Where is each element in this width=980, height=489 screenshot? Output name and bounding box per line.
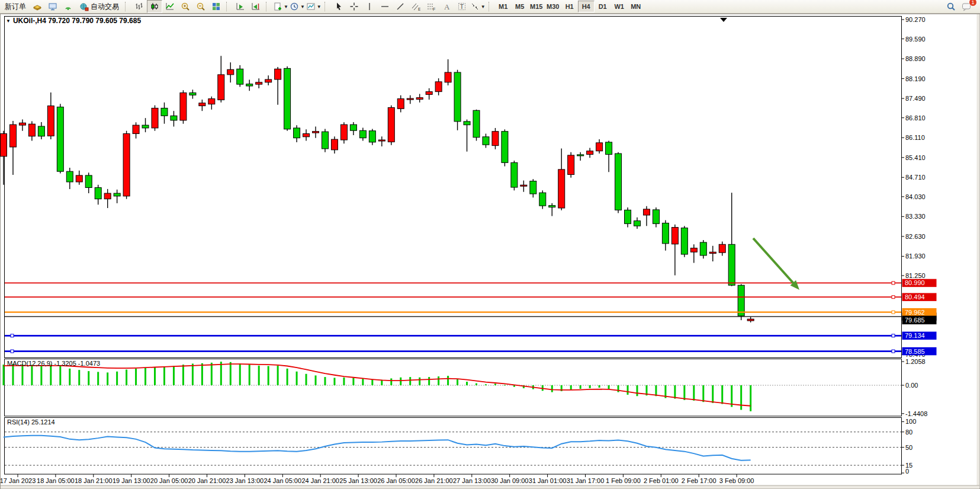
periods-button[interactable]: ▼ [289,0,306,13]
time-label: 24 Jan 21:00 [301,477,339,484]
time-label: 18 Jan 21:00 [75,477,113,484]
crosshair-button[interactable] [346,0,362,13]
candle-down [738,285,744,316]
axis-label: 89.590 [905,36,926,43]
autotrade-button[interactable]: 自动交易 [76,0,123,13]
candle-down [189,93,196,95]
timeframe-m15[interactable]: M15 [528,1,545,12]
macd-bar [485,384,487,385]
horizontal-line-icon [380,2,390,11]
time-label: 18 Jan 05:00 [37,477,75,484]
zoom-in-icon [181,2,190,11]
macd-bar [636,385,638,396]
arrows-button[interactable]: ▼ [470,0,486,13]
macd-bar [371,379,373,385]
macd-bar [409,377,411,385]
timeframe-m5[interactable]: M5 [512,1,528,12]
zoom-out-button[interactable] [193,0,208,13]
candle-down [464,122,470,125]
candle-up [256,82,262,84]
new-chart-button[interactable]: ▼ [272,0,289,13]
chevron-down-icon: ▼ [300,4,305,9]
equidistant-channel-button[interactable]: E [408,0,423,13]
macd-bar [693,385,695,401]
auto-scroll-button[interactable] [233,0,248,13]
candle-up [709,252,716,253]
macd-bar [315,375,317,385]
zoom-out-icon [196,2,205,11]
macd-bar [116,372,118,385]
cursor-icon [334,2,343,11]
candle-down [473,110,480,137]
bar-chart-button[interactable] [131,0,147,13]
timeframe-m30[interactable]: M30 [545,1,561,12]
toolbar-grip [266,2,271,11]
text-button[interactable]: A [439,0,454,13]
hline-handle[interactable] [892,334,895,337]
macd-bar [457,379,458,385]
fibonacci-button[interactable]: F [423,0,439,13]
signal-button[interactable] [60,0,76,13]
chevron-down-icon: ▼ [284,4,288,9]
hline-handle[interactable] [892,296,895,299]
macd-bar [683,385,685,400]
candle-up [303,134,310,137]
macd-bar [40,365,42,385]
crosshair-icon [349,2,359,11]
cursor-button[interactable] [331,0,346,13]
macd-bar [107,372,108,385]
signal-icon [63,2,73,11]
candle-up [208,99,215,104]
chart-shift-button[interactable] [248,0,264,13]
timeframe-m1[interactable]: M1 [495,1,512,12]
hline-handle[interactable] [11,334,14,337]
candle-down [625,210,631,223]
timeframe-h4[interactable]: H4 [578,1,595,12]
new-order-button[interactable]: 新订单 [1,0,30,13]
macd-bar [249,365,250,385]
hline-handle[interactable] [892,311,895,314]
macd-bar [230,362,232,385]
hline-handle[interactable] [892,282,895,285]
vertical-line-button[interactable] [362,0,377,13]
trendline-button[interactable] [393,0,408,13]
text-label-button[interactable]: T [454,0,470,13]
timeframe-w1[interactable]: W1 [611,1,628,12]
time-label: 31 Jan 17:00 [567,477,605,484]
line-chart-button[interactable] [162,0,178,13]
zoom-in-button[interactable] [178,0,193,13]
timeframe-d1[interactable]: D1 [595,1,611,12]
toolbar-grip [226,2,231,11]
search-button[interactable] [943,0,959,13]
candle-down [662,223,669,243]
timeframe-mn[interactable]: MN [628,1,644,12]
macd-bar [674,385,676,399]
macd-bar [59,366,61,385]
time-label: 31 Jan 01:00 [529,477,567,484]
chat-button[interactable]: 1 [959,0,974,13]
timeframe-h1[interactable]: H1 [561,1,578,12]
macd-bar [69,369,70,385]
candlestick-chart-button[interactable] [147,0,162,13]
axis-label: 84.030 [905,193,926,200]
macd-bar [220,362,222,385]
axis-label: 85.410 [905,154,926,161]
axis-label: 88.890 [905,55,926,62]
time-label: 25 Jan 13:00 [339,477,377,484]
hline-handle[interactable] [892,350,895,353]
trendline-icon [396,2,405,11]
candle-down [85,175,92,188]
time-label: 2 Feb 17:00 [682,477,716,484]
tile-windows-button[interactable] [208,0,224,13]
chart-menu-triangle-icon[interactable]: ▼ [6,18,11,24]
templates-button[interactable]: ▼ [306,0,322,13]
chart-canvas[interactable]: 90.27089.59088.89088.19087.49086.81086.1… [0,0,980,489]
macd-bar [580,385,581,389]
terminal-button[interactable] [45,0,60,13]
market-watch-button[interactable] [30,0,45,13]
fibonacci-icon: F [426,2,436,11]
candle-up [568,155,574,175]
hline-handle[interactable] [11,350,14,353]
candle-down [728,244,735,285]
horizontal-line-button[interactable] [377,0,393,13]
